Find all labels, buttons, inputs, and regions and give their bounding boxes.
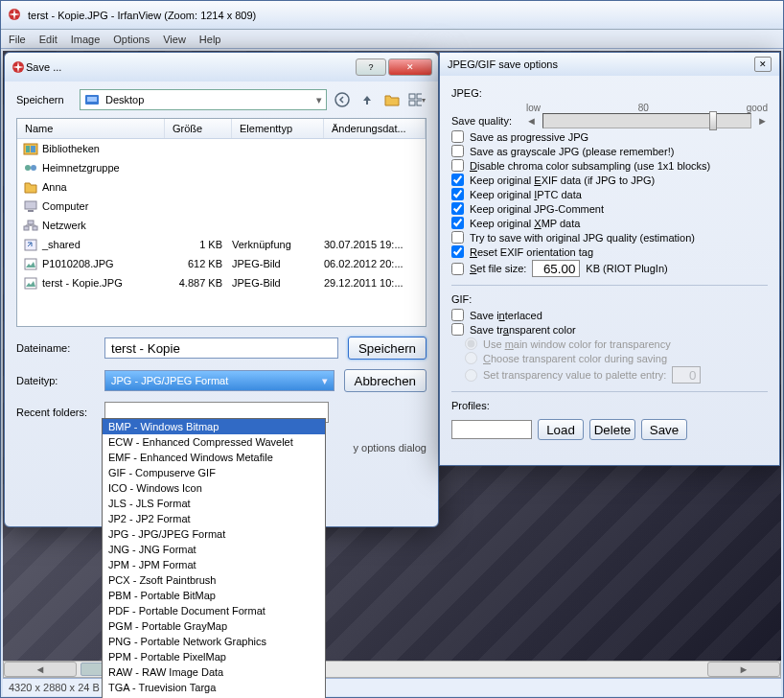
format-option[interactable]: JLS - JLS Format xyxy=(103,496,325,511)
format-option[interactable]: TGA - Truevision Targa xyxy=(103,680,325,695)
file-list-header[interactable]: Name Größe Elementtyp Änderungsdat... xyxy=(17,119,426,139)
slider-thumb[interactable] xyxy=(709,111,717,130)
menu-options[interactable]: Options xyxy=(113,34,150,45)
format-option[interactable]: GIF - Compuserve GIF xyxy=(103,465,325,480)
view-menu-icon[interactable]: ▾ xyxy=(407,90,427,109)
radio-choose xyxy=(465,352,477,364)
svg-rect-17 xyxy=(33,226,37,230)
help-button[interactable]: ? xyxy=(356,58,386,76)
format-option[interactable]: JNG - JNG Format xyxy=(103,542,325,557)
options-titlebar[interactable]: JPEG/GIF save options ✕ xyxy=(440,53,779,76)
chk-interlaced[interactable] xyxy=(451,309,464,321)
file-size: 612 KB xyxy=(165,258,232,269)
filetype-combo[interactable]: JPG - JPG/JPEG Format ▾ xyxy=(104,370,334,391)
file-row[interactable]: _shared1 KBVerknüpfung30.07.2015 19:... xyxy=(17,235,426,254)
save-dialog-titlebar[interactable]: Save ... ? ✕ xyxy=(5,53,438,81)
lbl-xmp: Keep original XMP data xyxy=(470,218,580,229)
chk-comment[interactable] xyxy=(451,202,464,215)
file-name: Bibliotheken xyxy=(42,143,100,154)
scroll-right-icon[interactable]: ► xyxy=(707,662,780,677)
radio-usemain xyxy=(465,337,477,350)
lbl-chroma: Disable chroma color subsampling (use 1x… xyxy=(470,160,710,172)
filetype-dropdown[interactable]: BMP - Windows BitmapECW - Enhanced Compr… xyxy=(102,418,326,698)
filename-input[interactable] xyxy=(104,337,338,359)
file-name: Netzwerk xyxy=(42,220,86,231)
slider-left-icon[interactable]: ◄ xyxy=(526,115,537,127)
format-option[interactable]: PDF - Portable Document Format xyxy=(103,603,325,618)
format-option[interactable]: EMF - Enhanced Windows Metafile xyxy=(103,450,325,465)
profiles-combo[interactable] xyxy=(451,420,532,439)
format-option[interactable]: JPG - JPG/JPEG Format xyxy=(103,526,325,542)
img-icon xyxy=(23,275,38,291)
chk-setsize[interactable] xyxy=(451,263,464,275)
lbl-iptc: Keep original IPTC data xyxy=(470,189,582,200)
col-date[interactable]: Änderungsdat... xyxy=(324,119,426,138)
location-select[interactable]: Desktop ▾ xyxy=(80,89,327,110)
file-row[interactable]: Heimnetzgruppe xyxy=(17,158,426,177)
file-row[interactable]: Anna xyxy=(17,177,426,197)
delete-button[interactable]: Delete xyxy=(589,419,635,440)
close-icon[interactable]: ✕ xyxy=(754,57,772,72)
col-name[interactable]: Name xyxy=(17,119,165,138)
chk-chroma[interactable] xyxy=(451,159,464,172)
format-option[interactable]: PPM - Portable PixelMap xyxy=(103,649,325,664)
format-option[interactable]: ECW - Enhanced Compressed Wavelet xyxy=(103,434,325,450)
file-name: _shared xyxy=(42,239,81,250)
col-type[interactable]: Elementtyp xyxy=(232,119,324,138)
menu-view[interactable]: View xyxy=(163,34,186,45)
slider-right-icon[interactable]: ► xyxy=(757,115,768,127)
filesize-input[interactable] xyxy=(532,260,580,277)
file-row[interactable]: Netzwerk xyxy=(17,216,426,235)
format-option[interactable]: PBM - Portable BitMap xyxy=(103,588,325,603)
chk-transp[interactable] xyxy=(451,323,464,336)
menu-help[interactable]: Help xyxy=(199,34,221,45)
menu-edit[interactable]: Edit xyxy=(39,34,58,45)
scroll-left-icon[interactable]: ◄ xyxy=(4,662,77,677)
svg-rect-3 xyxy=(87,97,97,102)
format-option[interactable]: PGM - Portable GrayMap xyxy=(103,618,325,634)
save-button[interactable]: Speichern xyxy=(348,337,427,360)
format-option[interactable]: ICO - Windows Icon xyxy=(103,480,325,496)
file-date: 30.07.2015 19:... xyxy=(324,239,426,250)
q-good: good xyxy=(747,103,768,113)
file-list[interactable]: Name Größe Elementtyp Änderungsdat... Bi… xyxy=(16,118,427,327)
menu-image[interactable]: Image xyxy=(71,34,101,45)
lbl-grayscale: Save as grayscale JPG (please remember!) xyxy=(470,146,674,157)
file-row[interactable]: Computer xyxy=(17,197,426,216)
save-profile-button[interactable]: Save xyxy=(641,419,687,440)
chk-exif[interactable] xyxy=(451,174,464,186)
profiles-label: Profiles: xyxy=(451,400,490,411)
file-row[interactable]: terst - Kopie.JPG4.887 KBJPEG-Bild29.12.… xyxy=(17,273,426,292)
chk-iptc[interactable] xyxy=(451,188,464,200)
file-row[interactable]: P1010208.JPG612 KBJPEG-Bild06.02.2012 20… xyxy=(17,254,426,273)
col-size[interactable]: Größe xyxy=(165,119,232,138)
up-icon[interactable] xyxy=(357,90,377,109)
format-option[interactable]: JPM - JPM Format xyxy=(103,557,325,572)
chk-grayscale[interactable] xyxy=(451,145,464,157)
lbl-comment: Keep original JPG-Comment xyxy=(470,203,604,215)
chk-progressive[interactable] xyxy=(451,130,464,143)
chk-estimate[interactable] xyxy=(451,231,464,244)
chk-xmp[interactable] xyxy=(451,217,464,229)
format-option[interactable]: PNG - Portable Network Graphics xyxy=(103,634,325,649)
format-option[interactable]: RAW - RAW Image Data xyxy=(103,664,325,680)
file-date: 29.12.2011 10:... xyxy=(324,277,426,289)
user-icon xyxy=(23,179,38,195)
file-row[interactable]: Bibliotheken xyxy=(17,139,426,158)
file-date: 06.02.2012 20:... xyxy=(324,258,426,269)
back-icon[interactable] xyxy=(333,90,352,109)
chevron-down-icon: ▾ xyxy=(322,375,328,387)
svg-rect-20 xyxy=(25,259,36,269)
file-size: 4.887 KB xyxy=(165,277,232,289)
close-button[interactable]: ✕ xyxy=(388,58,432,76)
quality-slider[interactable] xyxy=(542,113,751,128)
new-folder-icon[interactable] xyxy=(382,90,402,109)
cancel-button[interactable]: Abbrechen xyxy=(344,369,427,392)
chk-resetexif[interactable] xyxy=(451,245,464,258)
load-button[interactable]: Load xyxy=(538,419,584,440)
titlebar[interactable]: terst - Kopie.JPG - IrfanView (Zoom: 121… xyxy=(1,1,783,30)
format-option[interactable]: PCX - Zsoft Paintbrush xyxy=(103,572,325,588)
menu-file[interactable]: File xyxy=(9,34,26,45)
format-option[interactable]: JP2 - JP2 Format xyxy=(103,511,325,526)
format-option[interactable]: BMP - Windows Bitmap xyxy=(103,419,325,434)
